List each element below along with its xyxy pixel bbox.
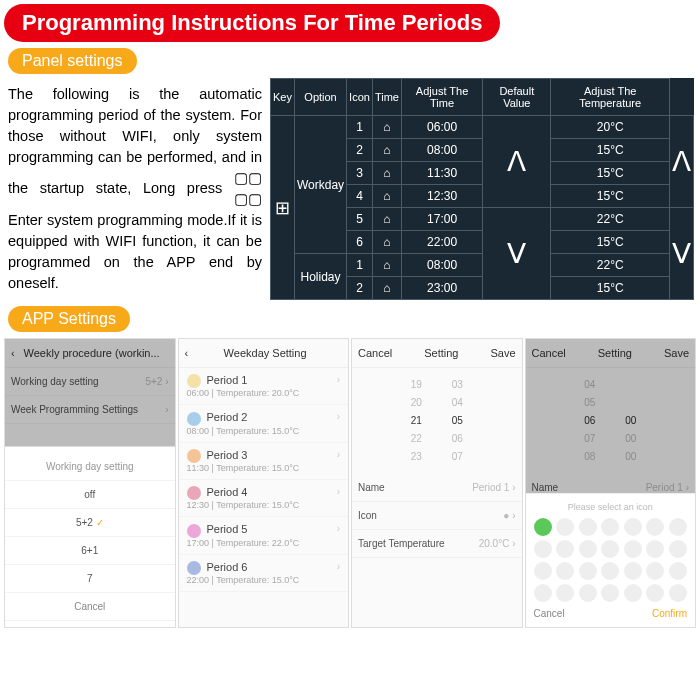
cancel-button[interactable]: Cancel [5,593,175,621]
icon-option[interactable] [601,540,619,558]
panel-settings-label: Panel settings [8,48,137,74]
save-button[interactable]: Save [490,347,515,359]
app-settings-label: APP Settings [8,306,130,332]
key-icon: ⊞ [271,116,295,300]
icon-option[interactable] [579,540,597,558]
icon-option[interactable] [579,562,597,580]
temp-down-icon: ᐯ [669,208,693,300]
icon-option[interactable] [669,584,687,602]
icon-option[interactable] [669,518,687,536]
icon-option[interactable] [579,584,597,602]
app-screen-weekly: ‹Weekly procedure (workin... Working day… [4,338,176,628]
icon-option[interactable] [669,562,687,580]
main-title: Programming Instructions For Time Period… [4,4,500,42]
icon-option[interactable] [646,540,664,558]
working-day-sheet: Working day setting off 5+2 ✓ 6+1 7 Canc… [5,446,175,627]
icon-option[interactable] [601,562,619,580]
icon-option[interactable] [646,518,664,536]
period-row[interactable]: Period 4›12:30 | Temperature: 15.0°C [179,480,349,517]
icon-option[interactable] [646,562,664,580]
target-temp-row[interactable]: Target Temperature20.0°C › [352,530,522,558]
programming-table: KeyOptionIconTimeAdjust The TimeDefault … [270,78,694,300]
icon-option[interactable] [534,584,552,602]
icon-option[interactable] [579,518,597,536]
name-row[interactable]: NamePeriod 1 › [352,474,522,502]
icon-option[interactable] [534,518,552,536]
icon-option[interactable] [556,584,574,602]
picker-cancel[interactable]: Cancel [534,608,565,619]
app-screen-weekday: ‹Weekday Setting Period 1›06:00 | Temper… [178,338,350,628]
icon-option[interactable] [601,518,619,536]
icon-option[interactable] [624,540,642,558]
picker-confirm[interactable]: Confirm [652,608,687,619]
icon-picker-sheet: Please select an icon CancelConfirm [526,493,696,627]
option-off[interactable]: off [5,481,175,509]
app-screen-icon-picker: CancelSettingSave 0405060708000000 NameP… [525,338,697,628]
icon-option[interactable] [624,562,642,580]
cancel-button[interactable]: Cancel [532,347,566,359]
icon-option[interactable] [556,518,574,536]
icon-row[interactable]: Icon● › [352,502,522,530]
cancel-button[interactable]: Cancel [358,347,392,359]
icon-option[interactable] [601,584,619,602]
option-7[interactable]: 7 [5,565,175,593]
icon-option[interactable] [534,562,552,580]
time-picker[interactable]: 1920212223 0304050607 [352,368,522,474]
period-row[interactable]: Period 5›17:00 | Temperature: 22.0°C [179,517,349,554]
icon-option[interactable] [534,540,552,558]
icon-option[interactable] [624,584,642,602]
icon-option[interactable] [556,562,574,580]
period-row[interactable]: Period 3›11:30 | Temperature: 15.0°C [179,443,349,480]
icon-option[interactable] [556,540,574,558]
option-6-1[interactable]: 6+1 [5,537,175,565]
time-down-icon: ᐯ [483,208,551,300]
icon-option[interactable] [669,540,687,558]
period-row[interactable]: Period 2›08:00 | Temperature: 15.0°C [179,405,349,442]
option-5-2[interactable]: 5+2 ✓ [5,509,175,537]
app-screen-setting: CancelSettingSave 1920212223 0304050607 … [351,338,523,628]
icon-option[interactable] [624,518,642,536]
temp-up-icon: ᐱ [669,116,693,208]
working-day-setting-row[interactable]: Working day setting5+2 › [5,368,175,396]
icon-option[interactable] [646,584,664,602]
check-icon: ✓ [96,517,104,528]
week-programming-row[interactable]: Week Programming Settings› [5,396,175,424]
period-row[interactable]: Period 1›06:00 | Temperature: 20.0°C [179,368,349,405]
time-up-icon: ᐱ [483,116,551,208]
grid-icon: ▢▢▢▢ [234,168,262,210]
period-row[interactable]: Period 6›22:00 | Temperature: 15.0°C [179,555,349,592]
description-text: The following is the automatic programmi… [0,78,270,300]
save-button[interactable]: Save [664,347,689,359]
